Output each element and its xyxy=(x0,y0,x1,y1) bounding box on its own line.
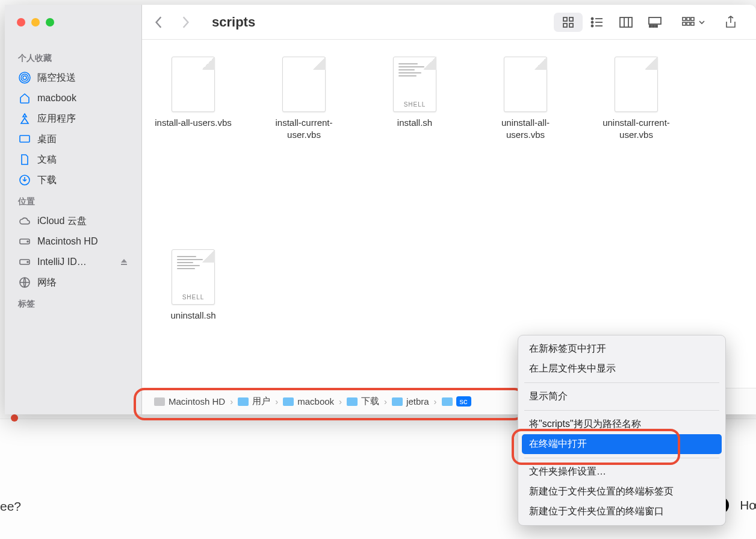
share-button[interactable] xyxy=(717,13,744,32)
file-icon xyxy=(282,57,326,112)
file-item[interactable]: install-all-users.vbs xyxy=(154,57,232,129)
path-crumb[interactable]: 下载 xyxy=(347,396,379,407)
desktop-icon xyxy=(18,132,31,146)
sidebar-item-label: 网络 xyxy=(37,276,57,289)
group-by-button[interactable] xyxy=(680,13,707,32)
ctx-open-in-terminal[interactable]: 在终端中打开 xyxy=(522,434,722,454)
sidebar-section-locations: 位置 xyxy=(5,190,141,211)
path-crumb[interactable]: Macintosh HD xyxy=(154,396,225,407)
file-item[interactable]: uninstall-current-user.vbs xyxy=(597,57,675,140)
sidebar-item-documents[interactable]: 文稿 xyxy=(5,149,141,170)
svg-point-1 xyxy=(21,74,28,81)
ctx-folder-actions[interactable]: 文件夹操作设置… xyxy=(518,462,725,482)
sidebar-item-label: 文稿 xyxy=(37,154,57,166)
documents-icon xyxy=(18,153,31,166)
eject-icon[interactable] xyxy=(120,258,128,266)
svg-rect-3 xyxy=(20,136,29,142)
sidebar-item-desktop[interactable]: 桌面 xyxy=(5,129,141,149)
chevron-right-icon: › xyxy=(230,396,233,407)
disk-icon xyxy=(18,255,31,269)
view-column-button[interactable] xyxy=(612,13,640,32)
svg-rect-13 xyxy=(569,23,573,27)
window-controls xyxy=(17,18,54,26)
ctx-open-new-tab[interactable]: 在新标签页中打开 xyxy=(518,339,725,359)
sidebar-item-downloads[interactable]: 下载 xyxy=(5,170,141,190)
svg-point-16 xyxy=(592,21,593,23)
sidebar-item-icloud[interactable]: iCloud 云盘 xyxy=(5,211,141,231)
ctx-get-info[interactable]: 显示简介 xyxy=(518,387,725,407)
sidebar-item-applications[interactable]: 应用程序 xyxy=(5,108,141,129)
view-icon-button[interactable] xyxy=(554,13,583,32)
svg-rect-27 xyxy=(683,17,686,20)
file-item[interactable]: uninstall-all-users.vbs xyxy=(486,57,565,140)
svg-rect-11 xyxy=(569,17,573,21)
sidebar-item-airdrop[interactable]: 隔空投送 xyxy=(5,67,141,88)
menu-separator xyxy=(524,458,719,458)
sidebar-section-tags: 标签 xyxy=(5,293,141,313)
file-item[interactable]: install.sh xyxy=(376,57,454,129)
sidebar-item-label: 应用程序 xyxy=(37,113,76,125)
apps-icon xyxy=(18,112,31,125)
file-icon xyxy=(172,249,215,305)
path-crumb[interactable]: 用户 xyxy=(238,396,270,407)
window-title: scripts xyxy=(212,14,255,30)
svg-rect-23 xyxy=(649,17,661,24)
folder-icon xyxy=(283,397,294,406)
svg-rect-10 xyxy=(563,17,567,21)
ctx-show-in-enclosing[interactable]: 在上层文件夹中显示 xyxy=(518,359,725,379)
zoom-button[interactable] xyxy=(46,18,54,26)
sidebar-section-favorites: 个人收藏 xyxy=(5,47,141,67)
svg-rect-25 xyxy=(652,25,654,27)
folder-icon xyxy=(347,397,358,406)
svg-rect-31 xyxy=(687,22,690,25)
path-crumb-current[interactable]: sc xyxy=(442,396,471,407)
disk-icon xyxy=(154,397,165,406)
file-icon xyxy=(504,57,547,112)
svg-point-18 xyxy=(592,25,593,26)
svg-rect-32 xyxy=(691,22,694,25)
minimize-button[interactable] xyxy=(31,18,40,26)
file-item[interactable]: uninstall.sh xyxy=(154,249,232,322)
file-item[interactable]: install-current-user.vbs xyxy=(265,57,343,140)
svg-rect-20 xyxy=(620,17,632,27)
svg-point-6 xyxy=(27,241,28,242)
view-gallery-button[interactable] xyxy=(640,13,669,32)
airdrop-icon xyxy=(18,71,31,84)
svg-rect-24 xyxy=(649,25,651,27)
disk-icon xyxy=(18,235,31,248)
menu-separator xyxy=(524,382,719,383)
sidebar-item-label: Macintosh HD xyxy=(37,236,98,247)
ctx-new-terminal-tab[interactable]: 新建位于文件夹位置的终端标签页 xyxy=(518,482,725,502)
sidebar-item-network[interactable]: 网络 xyxy=(5,272,141,293)
svg-rect-28 xyxy=(687,17,690,20)
forward-button[interactable] xyxy=(181,16,190,29)
folder-icon xyxy=(442,397,453,406)
sidebar: 个人收藏 隔空投送 macbook 应用程序 桌面 文稿 下载 位置 iC xyxy=(5,5,142,414)
red-dot-marker xyxy=(11,414,18,422)
sidebar-item-macintosh-hd[interactable]: Macintosh HD xyxy=(5,231,141,252)
sidebar-item-intellij[interactable]: IntelliJ ID… xyxy=(5,252,141,272)
svg-rect-30 xyxy=(683,22,686,25)
file-icon xyxy=(172,57,215,112)
view-list-button[interactable] xyxy=(583,13,612,32)
menu-separator xyxy=(524,410,719,411)
close-button[interactable] xyxy=(17,18,25,26)
ctx-copy-path[interactable]: 将"scripts"拷贝为路径名称 xyxy=(518,414,725,434)
ctx-new-terminal-window[interactable]: 新建位于文件夹位置的终端窗口 xyxy=(518,502,725,522)
svg-point-14 xyxy=(592,17,593,19)
sidebar-item-label: IntelliJ ID… xyxy=(37,257,87,267)
path-crumb[interactable]: jetbra xyxy=(392,396,429,407)
sidebar-item-home[interactable]: macbook xyxy=(5,88,141,108)
home-icon xyxy=(18,92,31,105)
sidebar-item-label: 隔空投送 xyxy=(37,72,76,84)
file-icon xyxy=(615,57,658,112)
sidebar-item-label: 桌面 xyxy=(37,133,57,146)
network-icon xyxy=(18,276,31,289)
path-crumb[interactable]: macbook xyxy=(283,396,334,407)
chevron-right-icon: › xyxy=(434,396,437,407)
back-button[interactable] xyxy=(154,16,164,29)
svg-rect-29 xyxy=(691,17,694,20)
file-icon xyxy=(393,57,436,112)
downloads-icon xyxy=(18,173,31,187)
bg-text-left: ee? xyxy=(0,499,21,514)
